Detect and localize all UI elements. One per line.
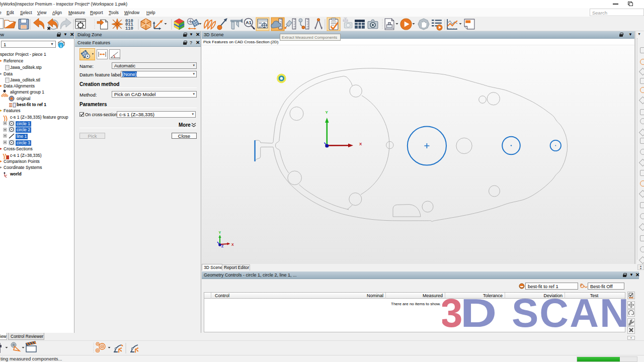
svg-text:Y: Y bbox=[326, 110, 329, 115]
svg-text:X: X bbox=[359, 142, 362, 146]
svg-text:A1: A1 bbox=[246, 20, 251, 25]
svg-text:Ø: Ø bbox=[580, 283, 583, 286]
svg-text:Y: Y bbox=[219, 231, 221, 234]
svg-text:110: 110 bbox=[125, 26, 133, 31]
svg-text:Z: Z bbox=[221, 244, 224, 248]
svg-text:X: X bbox=[231, 243, 234, 246]
